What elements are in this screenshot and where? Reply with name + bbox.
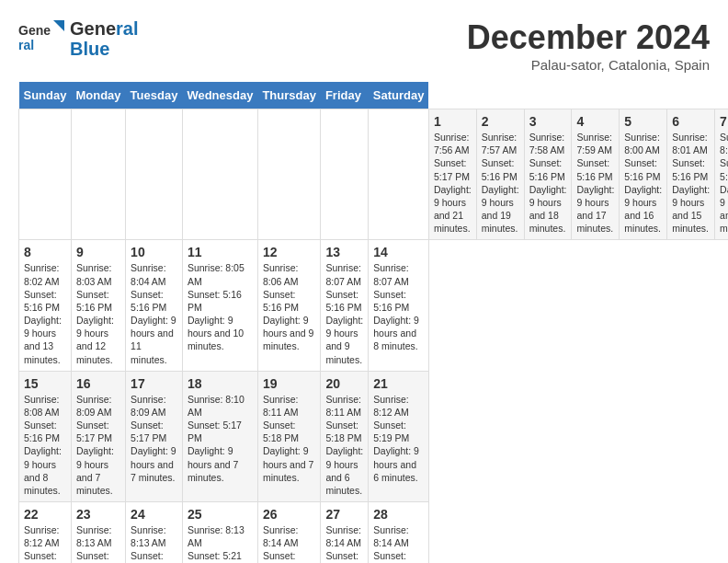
- calendar-cell: [19, 109, 72, 240]
- logo-svg: Gene ral: [18, 18, 64, 57]
- calendar-cell: 11 Sunrise: 8:05 AMSunset: 5:16 PMDaylig…: [182, 240, 257, 371]
- weekday-header-row: Sunday Monday Tuesday Wednesday Thursday…: [19, 82, 729, 109]
- day-info: Sunrise: 8:09 AMSunset: 5:17 PMDaylight:…: [131, 393, 177, 484]
- day-info: Sunrise: 8:03 AMSunset: 5:16 PMDaylight:…: [76, 261, 120, 365]
- day-number: 4: [576, 114, 614, 129]
- day-info: Sunrise: 8:00 AMSunset: 5:16 PMDaylight:…: [624, 131, 662, 235]
- day-number: 9: [76, 245, 120, 259]
- header-sunday: Sunday: [19, 82, 72, 109]
- calendar-week-row: 15 Sunrise: 8:08 AMSunset: 5:16 PMDaylig…: [19, 371, 729, 501]
- svg-text:ral: ral: [18, 38, 34, 52]
- calendar-cell: 5 Sunrise: 8:00 AMSunset: 5:16 PMDayligh…: [620, 109, 667, 240]
- title-block: December 2024 Palau-sator, Catalonia, Sp…: [467, 18, 710, 73]
- calendar-cell: 8 Sunrise: 8:02 AMSunset: 5:16 PMDayligh…: [19, 240, 72, 371]
- calendar-table: Sunday Monday Tuesday Wednesday Thursday…: [18, 82, 728, 563]
- calendar-cell: 13 Sunrise: 8:07 AMSunset: 5:16 PMDaylig…: [321, 240, 369, 371]
- calendar-cell: 6 Sunrise: 8:01 AMSunset: 5:16 PMDayligh…: [667, 109, 715, 240]
- calendar-cell: 21 Sunrise: 8:12 AMSunset: 5:19 PMDaylig…: [369, 371, 429, 501]
- day-info: Sunrise: 8:11 AMSunset: 5:18 PMDaylight:…: [263, 393, 316, 484]
- day-info: Sunrise: 8:14 AMSunset: 5:23 PMDaylight:…: [373, 523, 424, 563]
- day-number: 19: [263, 376, 316, 391]
- day-number: 18: [188, 376, 253, 391]
- calendar-cell: [257, 109, 321, 240]
- calendar-cell: [71, 109, 125, 240]
- calendar-cell: 12 Sunrise: 8:06 AMSunset: 5:16 PMDaylig…: [257, 240, 321, 371]
- calendar-cell: 15 Sunrise: 8:08 AMSunset: 5:16 PMDaylig…: [19, 371, 72, 501]
- day-number: 7: [720, 114, 728, 129]
- calendar-cell: 7 Sunrise: 8:01 AMSunset: 5:16 PMDayligh…: [715, 109, 728, 240]
- calendar-cell: 25 Sunrise: 8:13 AMSunset: 5:21 PMDaylig…: [182, 502, 257, 563]
- calendar-cell: 4 Sunrise: 7:59 AMSunset: 5:16 PMDayligh…: [572, 109, 620, 240]
- logo: Gene ral General Blue: [18, 18, 139, 59]
- day-number: 22: [24, 507, 66, 522]
- day-number: 11: [188, 245, 253, 259]
- day-info: Sunrise: 8:01 AMSunset: 5:16 PMDaylight:…: [720, 131, 728, 235]
- calendar-cell: 1 Sunrise: 7:56 AMSunset: 5:17 PMDayligh…: [428, 109, 476, 240]
- calendar-cell: 10 Sunrise: 8:04 AMSunset: 5:16 PMDaylig…: [126, 240, 183, 371]
- calendar-cell: 17 Sunrise: 8:09 AMSunset: 5:17 PMDaylig…: [126, 371, 183, 501]
- day-number: 24: [131, 507, 177, 522]
- day-info: Sunrise: 8:02 AMSunset: 5:16 PMDaylight:…: [24, 261, 66, 365]
- calendar-cell: 18 Sunrise: 8:10 AMSunset: 5:17 PMDaylig…: [182, 371, 257, 501]
- calendar-cell: 23 Sunrise: 8:13 AMSunset: 5:20 PMDaylig…: [71, 502, 125, 563]
- day-number: 12: [263, 245, 316, 259]
- day-info: Sunrise: 8:06 AMSunset: 5:16 PMDaylight:…: [263, 261, 316, 352]
- calendar-cell: 16 Sunrise: 8:09 AMSunset: 5:17 PMDaylig…: [71, 371, 125, 501]
- calendar-cell: 14 Sunrise: 8:07 AMSunset: 5:16 PMDaylig…: [369, 240, 429, 371]
- day-info: Sunrise: 8:04 AMSunset: 5:16 PMDaylight:…: [131, 261, 177, 365]
- day-info: Sunrise: 7:58 AMSunset: 5:16 PMDaylight:…: [529, 131, 567, 235]
- calendar-cell: [182, 109, 257, 240]
- calendar-cell: 27 Sunrise: 8:14 AMSunset: 5:22 PMDaylig…: [321, 502, 369, 563]
- header-tuesday: Tuesday: [126, 82, 183, 109]
- day-number: 6: [672, 114, 710, 129]
- calendar-cell: 22 Sunrise: 8:12 AMSunset: 5:19 PMDaylig…: [19, 502, 72, 563]
- calendar-cell: 26 Sunrise: 8:14 AMSunset: 5:21 PMDaylig…: [257, 502, 321, 563]
- day-number: 23: [76, 507, 120, 522]
- calendar-cell: [321, 109, 369, 240]
- calendar-week-row: 1 Sunrise: 7:56 AMSunset: 5:17 PMDayligh…: [19, 109, 729, 240]
- day-info: Sunrise: 8:07 AMSunset: 5:16 PMDaylight:…: [325, 261, 363, 365]
- calendar-cell: [126, 109, 183, 240]
- day-info: Sunrise: 8:14 AMSunset: 5:21 PMDaylight:…: [263, 523, 316, 563]
- day-number: 5: [624, 114, 662, 129]
- header-thursday: Thursday: [257, 82, 321, 109]
- day-info: Sunrise: 8:08 AMSunset: 5:16 PMDaylight:…: [24, 393, 66, 497]
- day-number: 16: [76, 376, 120, 391]
- calendar-cell: 20 Sunrise: 8:11 AMSunset: 5:18 PMDaylig…: [321, 371, 369, 501]
- day-number: 1: [434, 114, 472, 129]
- day-info: Sunrise: 8:01 AMSunset: 5:16 PMDaylight:…: [672, 131, 710, 235]
- day-number: 26: [263, 507, 316, 522]
- calendar-week-row: 8 Sunrise: 8:02 AMSunset: 5:16 PMDayligh…: [19, 240, 729, 371]
- header-monday: Monday: [71, 82, 125, 109]
- day-info: Sunrise: 8:11 AMSunset: 5:18 PMDaylight:…: [325, 393, 363, 497]
- calendar-cell: 3 Sunrise: 7:58 AMSunset: 5:16 PMDayligh…: [524, 109, 572, 240]
- day-info: Sunrise: 7:59 AMSunset: 5:16 PMDaylight:…: [576, 131, 614, 235]
- day-info: Sunrise: 8:09 AMSunset: 5:17 PMDaylight:…: [76, 393, 120, 497]
- day-info: Sunrise: 8:14 AMSunset: 5:22 PMDaylight:…: [325, 523, 363, 563]
- day-info: Sunrise: 8:12 AMSunset: 5:19 PMDaylight:…: [24, 523, 66, 563]
- header-saturday: Saturday: [369, 82, 429, 109]
- day-number: 14: [373, 245, 424, 259]
- day-number: 27: [325, 507, 363, 522]
- header-wednesday: Wednesday: [182, 82, 257, 109]
- day-number: 2: [482, 114, 519, 129]
- page-header: Gene ral General Blue December 2024 Pala…: [18, 18, 710, 73]
- calendar-week-row: 22 Sunrise: 8:12 AMSunset: 5:19 PMDaylig…: [19, 502, 729, 563]
- calendar-cell: 2 Sunrise: 7:57 AMSunset: 5:16 PMDayligh…: [476, 109, 524, 240]
- day-info: Sunrise: 7:57 AMSunset: 5:16 PMDaylight:…: [482, 131, 519, 235]
- day-info: Sunrise: 8:05 AMSunset: 5:16 PMDaylight:…: [188, 261, 253, 352]
- month-title: December 2024: [467, 18, 710, 57]
- day-number: 17: [131, 376, 177, 391]
- day-number: 25: [188, 507, 253, 522]
- calendar-cell: 24 Sunrise: 8:13 AMSunset: 5:20 PMDaylig…: [126, 502, 183, 563]
- day-number: 21: [373, 376, 424, 391]
- header-friday: Friday: [321, 82, 369, 109]
- location: Palau-sator, Catalonia, Spain: [467, 57, 710, 73]
- day-number: 20: [325, 376, 363, 391]
- day-number: 10: [131, 245, 177, 259]
- day-info: Sunrise: 8:12 AMSunset: 5:19 PMDaylight:…: [373, 393, 424, 484]
- day-number: 15: [24, 376, 66, 391]
- svg-marker-2: [53, 20, 64, 31]
- calendar-cell: [369, 109, 429, 240]
- day-number: 28: [373, 507, 424, 522]
